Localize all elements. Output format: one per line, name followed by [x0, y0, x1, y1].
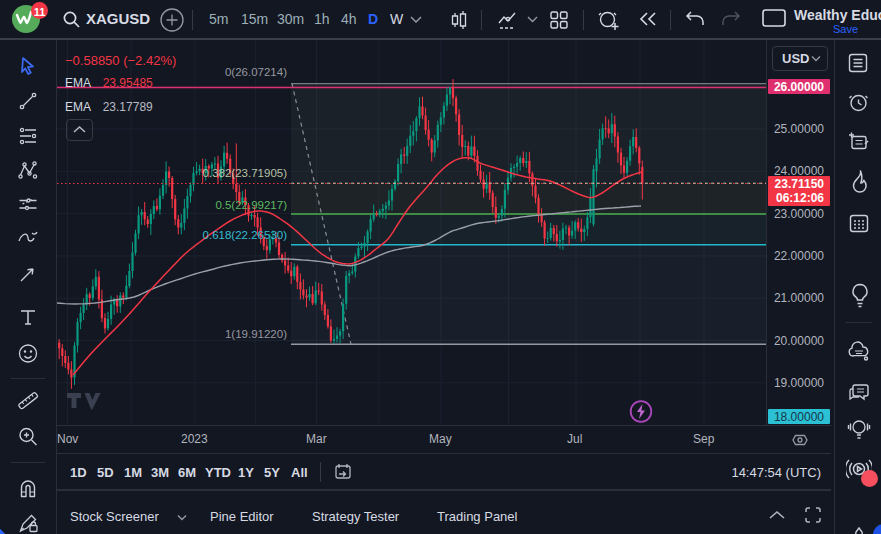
svg-text:0(26.07214): 0(26.07214)	[225, 66, 287, 78]
svg-text:0.5(22.99217): 0.5(22.99217)	[215, 199, 287, 211]
svg-text:0.618(22.26530): 0.618(22.26530)	[203, 229, 288, 241]
svg-text:1(19.91220): 1(19.91220)	[225, 328, 287, 340]
svg-text:0.382(23.71905): 0.382(23.71905)	[203, 167, 288, 179]
